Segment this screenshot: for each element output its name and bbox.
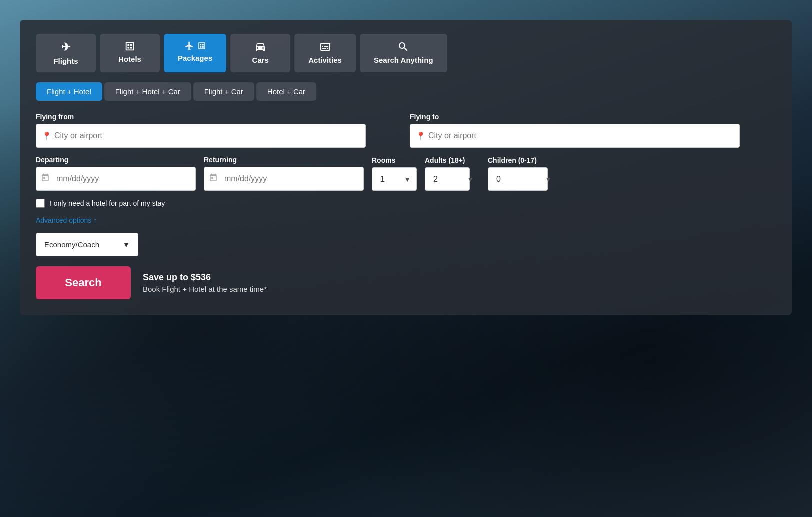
flying-to-label: Flying to — [410, 113, 776, 121]
hotels-icon — [124, 41, 136, 52]
adults-label: Adults (18+) — [425, 156, 480, 164]
tab-activities[interactable]: Activities — [294, 34, 356, 72]
subtab-flight-car[interactable]: Flight + Car — [194, 82, 254, 101]
subtab-hotel-car[interactable]: Hotel + Car — [256, 82, 316, 101]
tab-packages[interactable]: Packages — [164, 34, 226, 72]
cars-label: Cars — [252, 56, 269, 64]
location-row: Flying from 📍 Flying to 📍 — [36, 113, 776, 148]
search-button-label: Search — [65, 276, 102, 289]
flying-to-input[interactable] — [410, 124, 740, 148]
advanced-options-link[interactable]: Advanced options ↑ — [36, 216, 97, 224]
adults-select-wrap: 1 2 3 4 ▼ — [425, 168, 480, 191]
departing-label: Departing — [36, 156, 196, 164]
packages-label: Packages — [178, 54, 212, 62]
nav-tabs: ✈ Flights Hotels Packages Cars — [36, 34, 776, 72]
flying-to-group: Flying to 📍 — [410, 113, 776, 148]
advanced-options-text: Advanced options — [36, 216, 92, 224]
partial-hotel-row: I only need a hotel for part of my stay — [36, 199, 776, 208]
rooms-label: Rooms — [372, 156, 417, 164]
returning-input[interactable] — [204, 167, 364, 191]
adults-select[interactable]: 1 2 3 4 — [425, 168, 470, 191]
departing-input[interactable] — [36, 167, 196, 191]
subtab-flight-hotel[interactable]: Flight + Hotel — [36, 82, 102, 101]
rooms-select-wrap: 1 2 3 4 ▼ — [372, 168, 417, 191]
adults-group: Adults (18+) 1 2 3 4 ▼ — [425, 156, 480, 191]
children-select[interactable]: 0 1 2 3 — [488, 168, 548, 191]
search-anything-label: Search Anything — [374, 56, 434, 64]
save-info: Save up to $536 Book Flight + Hotel at t… — [143, 272, 267, 294]
cabin-class-select[interactable]: Economy/Coach Premium Economy Business C… — [44, 234, 123, 256]
cabin-class-chevron-icon: ▼ — [123, 241, 130, 249]
sub-tabs: Flight + Hotel Flight + Hotel + Car Flig… — [36, 82, 776, 101]
subtab-flight-hotel-car[interactable]: Flight + Hotel + Car — [104, 82, 192, 101]
activities-label: Activities — [308, 56, 342, 64]
partial-hotel-checkbox[interactable] — [36, 199, 45, 208]
flights-label: Flights — [54, 57, 78, 66]
search-form: Flying from 📍 Flying to 📍 Departing — [36, 113, 776, 300]
tab-cars[interactable]: Cars — [230, 34, 290, 72]
departing-input-wrap — [36, 167, 196, 191]
rooms-select[interactable]: 1 2 3 4 — [372, 168, 417, 191]
departing-group: Departing — [36, 156, 196, 191]
search-anything-icon — [398, 41, 410, 53]
flying-from-label: Flying from — [36, 113, 402, 121]
cabin-class-wrap: Economy/Coach Premium Economy Business C… — [36, 233, 776, 256]
flying-from-input[interactable] — [36, 124, 366, 148]
save-title: Save up to $536 — [143, 272, 267, 283]
hotels-label: Hotels — [118, 55, 142, 64]
returning-input-wrap — [204, 167, 364, 191]
flying-from-group: Flying from 📍 — [36, 113, 402, 148]
dates-row: Departing Returning Rooms — [36, 156, 776, 191]
tab-search-anything[interactable]: Search Anything — [360, 34, 448, 72]
partial-hotel-label[interactable]: I only need a hotel for part of my stay — [50, 200, 165, 208]
advanced-options-icon: ↑ — [94, 216, 97, 224]
save-subtitle: Book Flight + Hotel at the same time* — [143, 285, 267, 294]
children-label: Children (0-17) — [488, 156, 558, 164]
children-group: Children (0-17) 0 1 2 3 ▼ — [488, 156, 558, 191]
children-select-wrap: 0 1 2 3 ▼ — [488, 168, 558, 191]
search-button[interactable]: Search — [36, 266, 131, 300]
flying-from-input-wrap: 📍 — [36, 124, 402, 148]
rooms-group: Rooms 1 2 3 4 ▼ — [372, 156, 417, 191]
advanced-options-wrap: Advanced options ↑ — [36, 216, 776, 225]
tab-hotels[interactable]: Hotels — [100, 34, 160, 72]
cars-icon — [254, 41, 266, 53]
search-panel: ✈ Flights Hotels Packages Cars — [20, 20, 792, 316]
activities-icon — [320, 41, 332, 53]
returning-label: Returning — [204, 156, 364, 164]
cabin-class-select-wrap: Economy/Coach Premium Economy Business C… — [36, 233, 138, 256]
flying-to-input-wrap: 📍 — [410, 124, 776, 148]
packages-icon — [184, 41, 206, 51]
flights-icon: ✈ — [62, 41, 70, 54]
returning-group: Returning — [204, 156, 364, 191]
search-row: Search Save up to $536 Book Flight + Hot… — [36, 266, 776, 300]
tab-flights[interactable]: ✈ Flights — [36, 34, 96, 72]
